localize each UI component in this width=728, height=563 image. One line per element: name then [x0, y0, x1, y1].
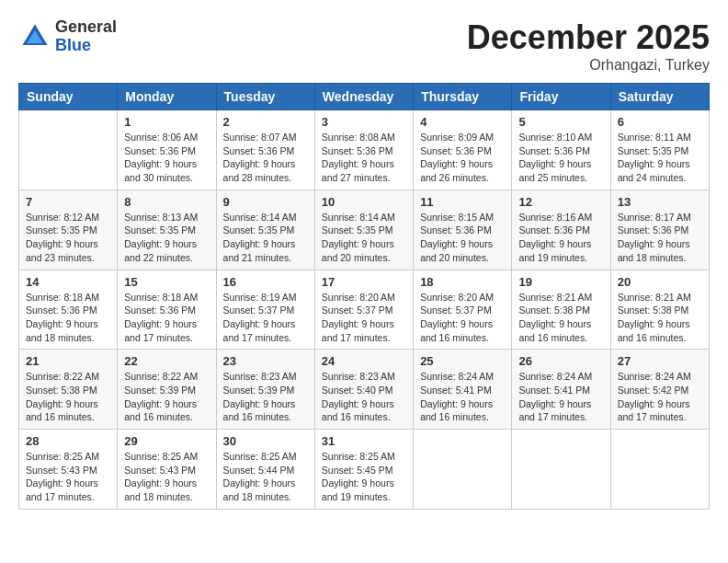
day-info: Sunrise: 8:23 AMSunset: 5:40 PMDaylight:… [322, 370, 406, 424]
day-info: Sunrise: 8:14 AMSunset: 5:35 PMDaylight:… [322, 211, 406, 265]
day-cell: 17Sunrise: 8:20 AMSunset: 5:37 PMDayligh… [314, 270, 413, 350]
day-number: 7 [26, 195, 110, 209]
day-cell: 5Sunrise: 8:10 AMSunset: 5:36 PMDaylight… [512, 110, 610, 190]
weekday-header-wednesday: Wednesday [314, 84, 413, 110]
month-title: December 2025 [467, 18, 710, 57]
day-cell: 8Sunrise: 8:13 AMSunset: 5:35 PMDaylight… [118, 190, 216, 270]
page-header: General Blue December 2025 Orhangazi, Tu… [18, 18, 710, 74]
day-cell: 10Sunrise: 8:14 AMSunset: 5:35 PMDayligh… [314, 190, 413, 270]
day-cell: 1Sunrise: 8:06 AMSunset: 5:36 PMDaylight… [118, 110, 216, 190]
day-cell: 14Sunrise: 8:18 AMSunset: 5:36 PMDayligh… [19, 270, 118, 350]
day-info: Sunrise: 8:25 AMSunset: 5:44 PMDaylight:… [223, 450, 308, 504]
day-cell [19, 110, 118, 190]
weekday-header-monday: Monday [118, 84, 216, 110]
day-cell: 16Sunrise: 8:19 AMSunset: 5:37 PMDayligh… [216, 270, 314, 350]
day-info: Sunrise: 8:06 AMSunset: 5:36 PMDaylight:… [124, 131, 209, 185]
day-cell: 25Sunrise: 8:24 AMSunset: 5:41 PMDayligh… [414, 350, 512, 430]
day-number: 22 [124, 354, 209, 368]
day-cell: 2Sunrise: 8:07 AMSunset: 5:36 PMDaylight… [216, 110, 314, 190]
day-info: Sunrise: 8:19 AMSunset: 5:37 PMDaylight:… [223, 291, 308, 345]
day-info: Sunrise: 8:21 AMSunset: 5:38 PMDaylight:… [618, 291, 702, 345]
day-number: 10 [322, 195, 406, 209]
day-info: Sunrise: 8:15 AMSunset: 5:36 PMDaylight:… [420, 211, 505, 265]
day-info: Sunrise: 8:17 AMSunset: 5:36 PMDaylight:… [618, 211, 702, 265]
day-number: 15 [124, 275, 209, 289]
day-info: Sunrise: 8:22 AMSunset: 5:38 PMDaylight:… [26, 370, 110, 424]
day-info: Sunrise: 8:08 AMSunset: 5:36 PMDaylight:… [322, 131, 406, 185]
day-info: Sunrise: 8:20 AMSunset: 5:37 PMDaylight:… [322, 291, 406, 345]
day-number: 23 [223, 354, 308, 368]
day-cell [414, 430, 512, 510]
day-cell: 28Sunrise: 8:25 AMSunset: 5:43 PMDayligh… [19, 430, 118, 510]
weekday-header-thursday: Thursday [414, 84, 512, 110]
day-number: 18 [420, 275, 505, 289]
day-info: Sunrise: 8:16 AMSunset: 5:36 PMDaylight:… [518, 211, 603, 265]
day-number: 6 [618, 115, 702, 129]
day-info: Sunrise: 8:24 AMSunset: 5:41 PMDaylight:… [518, 370, 603, 424]
day-number: 26 [518, 354, 603, 368]
day-number: 16 [223, 275, 308, 289]
day-info: Sunrise: 8:18 AMSunset: 5:36 PMDaylight:… [26, 291, 110, 345]
day-info: Sunrise: 8:24 AMSunset: 5:41 PMDaylight:… [420, 370, 505, 424]
day-cell: 30Sunrise: 8:25 AMSunset: 5:44 PMDayligh… [216, 430, 314, 510]
day-number: 28 [26, 434, 110, 448]
location-title: Orhangazi, Turkey [467, 57, 710, 74]
week-row-1: 1Sunrise: 8:06 AMSunset: 5:36 PMDaylight… [19, 110, 710, 190]
day-info: Sunrise: 8:25 AMSunset: 5:43 PMDaylight:… [26, 450, 110, 504]
day-cell: 11Sunrise: 8:15 AMSunset: 5:36 PMDayligh… [414, 190, 512, 270]
day-info: Sunrise: 8:07 AMSunset: 5:36 PMDaylight:… [223, 131, 308, 185]
title-block: December 2025 Orhangazi, Turkey [467, 18, 710, 74]
day-cell: 7Sunrise: 8:12 AMSunset: 5:35 PMDaylight… [19, 190, 118, 270]
day-number: 14 [26, 275, 110, 289]
weekday-header-saturday: Saturday [610, 84, 709, 110]
day-number: 13 [618, 195, 702, 209]
day-info: Sunrise: 8:11 AMSunset: 5:35 PMDaylight:… [618, 131, 702, 185]
day-cell [610, 430, 709, 510]
day-number: 5 [518, 115, 603, 129]
day-number: 21 [26, 354, 110, 368]
calendar: SundayMondayTuesdayWednesdayThursdayFrid… [18, 83, 710, 510]
day-number: 12 [518, 195, 603, 209]
logo-icon [18, 20, 51, 53]
logo-text: General Blue [55, 18, 117, 55]
day-cell: 29Sunrise: 8:25 AMSunset: 5:43 PMDayligh… [118, 430, 216, 510]
day-number: 31 [322, 434, 406, 448]
day-cell: 20Sunrise: 8:21 AMSunset: 5:38 PMDayligh… [610, 270, 709, 350]
day-cell: 21Sunrise: 8:22 AMSunset: 5:38 PMDayligh… [19, 350, 118, 430]
day-cell: 22Sunrise: 8:22 AMSunset: 5:39 PMDayligh… [118, 350, 216, 430]
day-cell: 24Sunrise: 8:23 AMSunset: 5:40 PMDayligh… [314, 350, 413, 430]
day-cell: 26Sunrise: 8:24 AMSunset: 5:41 PMDayligh… [512, 350, 610, 430]
day-cell: 13Sunrise: 8:17 AMSunset: 5:36 PMDayligh… [610, 190, 709, 270]
day-info: Sunrise: 8:25 AMSunset: 5:43 PMDaylight:… [124, 450, 209, 504]
day-info: Sunrise: 8:13 AMSunset: 5:35 PMDaylight:… [124, 211, 209, 265]
weekday-header-tuesday: Tuesday [216, 84, 314, 110]
day-number: 3 [322, 115, 406, 129]
day-info: Sunrise: 8:10 AMSunset: 5:36 PMDaylight:… [518, 131, 603, 185]
day-number: 17 [322, 275, 406, 289]
day-cell: 15Sunrise: 8:18 AMSunset: 5:36 PMDayligh… [118, 270, 216, 350]
day-number: 19 [518, 275, 603, 289]
logo-general: General [55, 18, 117, 37]
day-info: Sunrise: 8:24 AMSunset: 5:42 PMDaylight:… [618, 370, 702, 424]
day-cell [512, 430, 610, 510]
day-cell: 23Sunrise: 8:23 AMSunset: 5:39 PMDayligh… [216, 350, 314, 430]
day-number: 9 [223, 195, 308, 209]
day-cell: 18Sunrise: 8:20 AMSunset: 5:37 PMDayligh… [414, 270, 512, 350]
day-number: 30 [223, 434, 308, 448]
day-cell: 6Sunrise: 8:11 AMSunset: 5:35 PMDaylight… [610, 110, 709, 190]
day-info: Sunrise: 8:22 AMSunset: 5:39 PMDaylight:… [124, 370, 209, 424]
day-number: 25 [420, 354, 505, 368]
day-info: Sunrise: 8:18 AMSunset: 5:36 PMDaylight:… [124, 291, 209, 345]
logo: General Blue [18, 18, 117, 55]
day-cell: 27Sunrise: 8:24 AMSunset: 5:42 PMDayligh… [610, 350, 709, 430]
day-number: 29 [124, 434, 209, 448]
day-number: 1 [124, 115, 209, 129]
day-cell: 19Sunrise: 8:21 AMSunset: 5:38 PMDayligh… [512, 270, 610, 350]
week-row-5: 28Sunrise: 8:25 AMSunset: 5:43 PMDayligh… [19, 430, 710, 510]
day-cell: 31Sunrise: 8:25 AMSunset: 5:45 PMDayligh… [314, 430, 413, 510]
day-number: 20 [618, 275, 702, 289]
day-info: Sunrise: 8:09 AMSunset: 5:36 PMDaylight:… [420, 131, 505, 185]
day-info: Sunrise: 8:23 AMSunset: 5:39 PMDaylight:… [223, 370, 308, 424]
day-number: 2 [223, 115, 308, 129]
week-row-3: 14Sunrise: 8:18 AMSunset: 5:36 PMDayligh… [19, 270, 710, 350]
